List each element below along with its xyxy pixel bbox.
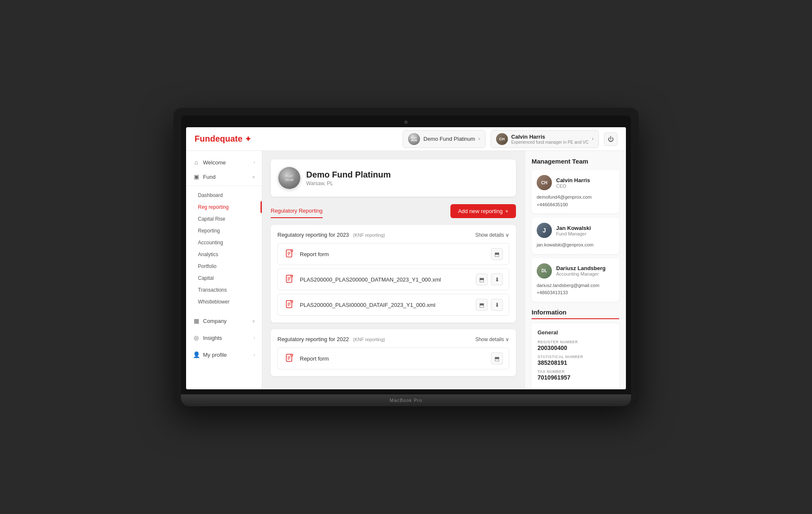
sidebar-item-whistleblower[interactable]: Whistleblower bbox=[186, 296, 262, 308]
sidebar-company-label: Company bbox=[203, 318, 227, 324]
team-member-header-dariusz: DL Dariusz Landsberg Accounting Manager bbox=[537, 263, 614, 279]
sidebar-item-reg-reporting[interactable]: Reg reporting bbox=[186, 201, 262, 213]
sidebar-item-transactions[interactable]: Transactions bbox=[186, 284, 262, 296]
info-card: General REGISTER NUMBER 200300400 STATIS… bbox=[532, 323, 619, 389]
report-actions-form-2022: ⬒ bbox=[491, 353, 503, 364]
user-avatar: CH bbox=[496, 133, 508, 145]
sidebar: ⌂ Welcome › ▣ Fund ∧ Dashboard bbox=[186, 151, 262, 389]
sidebar-item-capital[interactable]: Capital bbox=[186, 272, 262, 284]
sidebar-item-insights[interactable]: ◎ Insights › bbox=[186, 331, 262, 345]
report-group-title-2023: Regulatory reporting for 2023 (KNF repor… bbox=[277, 232, 385, 238]
tax-value: 7010961957 bbox=[538, 374, 613, 381]
add-icon: + bbox=[505, 208, 508, 214]
report-name-form-2022: Report form bbox=[300, 355, 329, 362]
sidebar-item-company[interactable]: ▦ Company ∨ bbox=[186, 314, 262, 328]
report-group-header-2022: Regulatory reporting for 2022 (KNF repor… bbox=[277, 336, 509, 342]
team-member-name-jan: Jan Kowalski bbox=[556, 225, 591, 231]
report-group-header-2023: Regulatory reporting for 2023 (KNF repor… bbox=[277, 232, 509, 238]
download-action-datman-2023[interactable]: ⬇ bbox=[491, 273, 503, 285]
knf-tag-2023: (KNF reporting) bbox=[353, 232, 385, 238]
fund-selector[interactable]: PLATINUM Demo Fund Platinum › bbox=[403, 130, 485, 148]
user-chevron-icon: › bbox=[592, 137, 593, 141]
sidebar-item-portfolio[interactable]: Portfolio bbox=[186, 260, 262, 272]
info-field-statistical: STATISTICAL NUMBER 385208191 bbox=[538, 355, 613, 366]
power-button[interactable]: ⏻ bbox=[604, 132, 617, 146]
sidebar-welcome-label: Welcome bbox=[203, 159, 226, 166]
user-selector[interactable]: CH Calvin Harris Experienced fund manage… bbox=[491, 130, 599, 148]
app-header: Fundequate ✦ PLATINUM Demo Fund Platinum… bbox=[186, 127, 626, 151]
report-name-form-2023: Report form bbox=[300, 251, 329, 257]
file-icon-datman-2023 bbox=[284, 273, 296, 285]
sidebar-item-reporting[interactable]: Reporting bbox=[186, 225, 262, 237]
header-controls: PLATINUM Demo Fund Platinum › CH Calvin … bbox=[403, 130, 617, 148]
reporting-tabs: Regulatory Reporting bbox=[271, 204, 331, 218]
report-actions-datman-2023: ⬒ ⬇ bbox=[476, 273, 503, 285]
sidebar-myprofile-label: My profile bbox=[203, 352, 227, 358]
monitor-action-datman-2023[interactable]: ⬒ bbox=[476, 273, 488, 285]
report-item-dataif-2023: PLAS200000_PLASI00000_DATAIF_2023_Y1_000… bbox=[277, 294, 509, 316]
sidebar-item-dashboard[interactable]: Dashboard bbox=[186, 189, 262, 201]
file-icon-dataif-2023 bbox=[284, 299, 296, 311]
team-avatar-jan: J bbox=[537, 223, 552, 238]
show-details-2023[interactable]: Show details ∨ bbox=[475, 232, 509, 238]
sidebar-item-accounting[interactable]: Accounting bbox=[186, 237, 262, 249]
report-item-form-2022: Report form ⬒ bbox=[277, 347, 509, 369]
user-info: Calvin Harris Experienced fund manager i… bbox=[511, 134, 589, 145]
svg-rect-11 bbox=[291, 301, 293, 302]
file-icon-form-2022 bbox=[284, 353, 296, 364]
laptop-bottom: MacBook Pro bbox=[181, 394, 631, 406]
sidebar-item-welcome[interactable]: ⌂ Welcome › bbox=[186, 155, 262, 170]
report-item-form-2023: Report form ⬒ bbox=[277, 243, 509, 265]
information-title: Information bbox=[532, 309, 619, 319]
info-field-register: REGISTER NUMBER 200300400 bbox=[538, 340, 613, 351]
screen-bezel: Fundequate ✦ PLATINUM Demo Fund Platinum… bbox=[181, 115, 631, 394]
statistical-value: 385208191 bbox=[538, 359, 613, 366]
monitor-action-form-2022[interactable]: ⬒ bbox=[491, 353, 503, 364]
sidebar-item-capital-rise[interactable]: Capital Rise bbox=[186, 213, 262, 225]
add-new-reporting-button[interactable]: Add new reporting + bbox=[450, 204, 516, 218]
team-member-contact-jan: jan.kowalski@genprox.com bbox=[537, 241, 614, 249]
logo-fund: Fund bbox=[195, 134, 215, 143]
insights-icon: ◎ bbox=[193, 334, 200, 341]
tab-regulatory-reporting[interactable]: Regulatory Reporting bbox=[271, 204, 323, 218]
information-section: Information General REGISTER NUMBER 2003… bbox=[532, 309, 619, 389]
report-group-title-2022: Regulatory reporting for 2022 (KNF repor… bbox=[277, 336, 385, 342]
insights-chevron-icon: › bbox=[254, 336, 255, 340]
download-action-dataif-2023[interactable]: ⬇ bbox=[491, 299, 503, 311]
logo: Fundequate ✦ bbox=[195, 134, 251, 144]
monitor-action-form-2023[interactable]: ⬒ bbox=[491, 248, 503, 260]
team-member-header-calvin: CH Calvin Harris CEO bbox=[537, 175, 614, 190]
screen: Fundequate ✦ PLATINUM Demo Fund Platinum… bbox=[186, 127, 626, 389]
show-details-2022[interactable]: Show details ∨ bbox=[475, 336, 509, 342]
register-value: 200300400 bbox=[538, 344, 613, 351]
knf-tag-2022: (KNF reporting) bbox=[353, 337, 385, 342]
fund-logo-text: PLATINUM bbox=[285, 174, 294, 182]
sidebar-fund-label: Fund bbox=[203, 174, 216, 180]
user-title: Experienced fund manager in PE and VC bbox=[511, 140, 589, 145]
laptop-frame: Fundequate ✦ PLATINUM Demo Fund Platinum… bbox=[173, 108, 639, 406]
profile-icon: 👤 bbox=[193, 351, 200, 358]
team-avatar-calvin: CH bbox=[537, 175, 552, 190]
team-member-header-jan: J Jan Kowalski Fund Manager bbox=[537, 223, 614, 238]
sidebar-item-myprofile[interactable]: 👤 My profile › bbox=[186, 347, 262, 362]
logo-accent: ✦ bbox=[245, 135, 251, 143]
team-member-name-calvin: Calvin Harris bbox=[556, 177, 590, 183]
fund-logo: PLATINUM bbox=[278, 167, 300, 189]
sidebar-item-analytics[interactable]: Analytics bbox=[186, 249, 262, 260]
fund-chevron-icon: › bbox=[478, 137, 480, 141]
monitor-action-dataif-2023[interactable]: ⬒ bbox=[476, 299, 488, 311]
app-body: ⌂ Welcome › ▣ Fund ∧ Dashboard bbox=[186, 151, 626, 389]
fund-chevron-icon-sidebar: ∧ bbox=[252, 175, 255, 179]
svg-rect-1 bbox=[291, 250, 293, 252]
fund-card-name: Demo Fund Platinum bbox=[306, 170, 391, 180]
fund-card: PLATINUM Demo Fund Platinum Warsaw, PL bbox=[271, 159, 516, 197]
welcome-chevron-icon: › bbox=[254, 160, 255, 165]
sidebar-item-fund[interactable]: ▣ Fund ∧ bbox=[186, 170, 262, 184]
fund-card-info: Demo Fund Platinum Warsaw, PL bbox=[306, 170, 391, 186]
info-card-title: General bbox=[538, 329, 613, 336]
report-name-dataif-2023: PLAS200000_PLASI00000_DATAIF_2023_Y1_000… bbox=[300, 302, 435, 308]
team-member-role-dariusz: Accounting Manager bbox=[556, 271, 606, 276]
team-member-role-calvin: CEO bbox=[556, 183, 590, 189]
user-name: Calvin Harris bbox=[511, 134, 589, 140]
file-icon-form-2023 bbox=[284, 248, 296, 260]
